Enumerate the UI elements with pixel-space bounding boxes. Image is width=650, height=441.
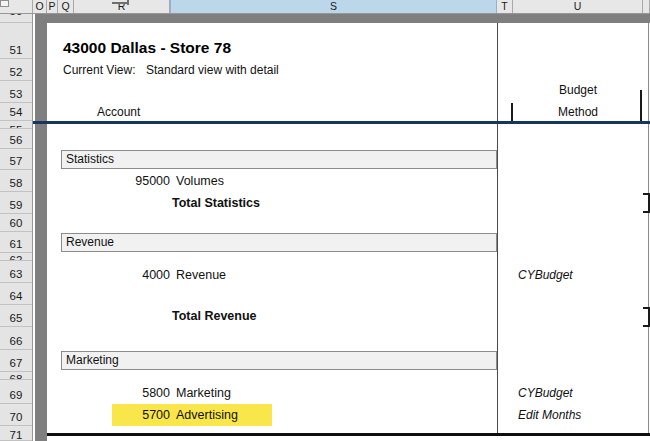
budget-method-cell[interactable]: Edit Months <box>518 408 581 423</box>
current-view-value: Standard view with detail <box>146 63 279 78</box>
account-code-cell: 5800 <box>108 386 170 401</box>
report-title[interactable]: 43000 Dallas - Store 78 <box>63 40 231 56</box>
column-header-U[interactable]: U <box>513 0 643 13</box>
column-header-O[interactable]: O <box>33 0 47 13</box>
row-header-67[interactable]: 67 <box>0 350 32 372</box>
total-row-statistics[interactable]: Total Statistics <box>0 196 650 211</box>
report-frame-left <box>35 14 47 441</box>
budget-method-header-line1[interactable]: Budget <box>513 83 643 98</box>
account-name-cell: Volumes <box>176 174 224 189</box>
budget-method-cell[interactable]: CYBudget <box>518 386 573 401</box>
column-header-Q[interactable]: Q <box>58 0 74 13</box>
row-header-56[interactable]: 56 <box>0 129 32 149</box>
account-row-revenue[interactable]: 4000 Revenue CYBudget <box>0 268 650 283</box>
column-header-P[interactable]: P <box>47 0 58 13</box>
row-header-68[interactable]: 68 <box>0 372 32 380</box>
column-R-artifact-tick <box>127 0 129 5</box>
freeze-line <box>33 121 650 124</box>
column-header-T[interactable]: T <box>497 0 513 13</box>
total-row-revenue[interactable]: Total Revenue <box>0 309 650 324</box>
row-header-54[interactable]: 54 <box>0 103 32 121</box>
column-header-V-sliver <box>643 0 650 13</box>
account-column-header[interactable]: Account <box>97 105 140 120</box>
account-name-cell: Advertising <box>176 408 238 423</box>
right-edge-gridline <box>648 23 649 436</box>
total-label: Total Statistics <box>172 196 260 211</box>
report-bottom-border <box>47 433 650 436</box>
row-header-53[interactable]: 53 <box>0 81 32 103</box>
account-code-cell: 5700 <box>108 408 170 423</box>
row-header-66[interactable]: 66 <box>0 327 32 350</box>
section-label: Statistics <box>66 152 114 166</box>
account-row-marketing[interactable]: 5800 Marketing CYBudget <box>0 386 650 401</box>
section-header-statistics[interactable]: Statistics <box>61 150 497 169</box>
current-view-label[interactable]: Current View: <box>63 63 135 78</box>
row-header-60[interactable]: 60 <box>0 214 32 232</box>
account-code-cell: 95000 <box>108 174 170 189</box>
row-header-51[interactable]: 51 <box>0 23 32 59</box>
row-header-71[interactable]: 71 <box>0 426 32 441</box>
spreadsheet-stage: O P Q R S T U 50515253545556575859606162… <box>0 0 650 441</box>
account-code-cell: 4000 <box>108 268 170 283</box>
report-frame-top <box>35 14 650 23</box>
row-header-57[interactable]: 57 <box>0 149 32 170</box>
row-header-50[interactable]: 50 <box>0 14 32 23</box>
total-label: Total Revenue <box>172 309 257 324</box>
account-name-cell: Revenue <box>176 268 226 283</box>
namebox-fragment-artifact <box>0 0 9 7</box>
section-header-revenue[interactable]: Revenue <box>61 233 497 252</box>
row-header-gutter: 5051525354555657585960616263646566676869… <box>0 14 33 441</box>
row-header-62[interactable]: 62 <box>0 253 32 261</box>
account-name-cell: Marketing <box>176 386 231 401</box>
column-T-gridline <box>497 23 498 436</box>
column-header-row: O P Q R S T U <box>0 0 650 14</box>
column-header-S-selected[interactable]: S <box>170 0 497 13</box>
section-label: Revenue <box>66 235 114 249</box>
row-header-64[interactable]: 64 <box>0 283 32 305</box>
budget-method-header-line2[interactable]: Method <box>513 105 643 120</box>
budget-method-cell[interactable]: CYBudget <box>518 268 573 283</box>
account-row-advertising[interactable]: 5700 Advertising Edit Months <box>0 408 650 423</box>
section-header-marketing[interactable]: Marketing <box>61 351 497 370</box>
account-row-volumes[interactable]: 95000 Volumes <box>0 174 650 189</box>
row-header-61[interactable]: 61 <box>0 232 32 253</box>
row-header-52[interactable]: 52 <box>0 59 32 81</box>
section-label: Marketing <box>66 353 119 367</box>
